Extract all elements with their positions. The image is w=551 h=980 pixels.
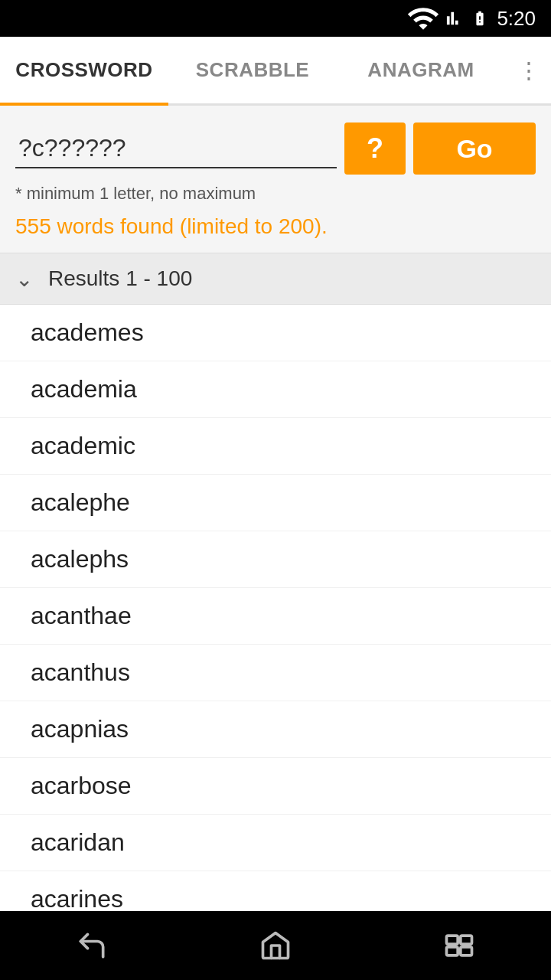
go-button[interactable]: Go <box>413 122 536 175</box>
bottom-nav <box>0 911 551 980</box>
list-item[interactable]: acarbose <box>0 758 551 815</box>
list-item[interactable]: academes <box>0 305 551 361</box>
more-icon: ⋮ <box>517 59 539 82</box>
search-area: ? Go * minimum 1 letter, no maximum 555 … <box>0 106 551 253</box>
tab-menu[interactable]: ⋮ <box>505 37 551 103</box>
svg-rect-0 <box>447 936 458 944</box>
search-row: ? Go <box>15 122 536 175</box>
status-icons: 5:20 <box>406 2 536 35</box>
recents-button[interactable] <box>429 923 490 969</box>
list-item[interactable]: acapnias <box>0 701 551 758</box>
recents-icon <box>442 929 476 962</box>
search-input[interactable] <box>15 129 337 168</box>
home-button[interactable] <box>245 923 306 969</box>
results-header[interactable]: ⌄ Results 1 - 100 <box>0 253 551 305</box>
status-time: 5:20 <box>497 7 536 31</box>
signal-icon <box>446 10 463 27</box>
list-item[interactable]: acanthus <box>0 645 551 701</box>
back-icon <box>75 929 109 962</box>
list-item[interactable]: academia <box>0 361 551 418</box>
svg-rect-3 <box>461 947 472 956</box>
list-item[interactable]: acanthae <box>0 588 551 645</box>
svg-rect-1 <box>461 936 472 944</box>
question-button[interactable]: ? <box>344 122 406 175</box>
back-button[interactable] <box>61 923 122 969</box>
list-item[interactable]: acalephs <box>0 531 551 588</box>
list-item[interactable]: acalephe <box>0 475 551 531</box>
wifi-icon <box>406 2 440 35</box>
list-item[interactable]: acarines <box>0 871 551 911</box>
hint-text: * minimum 1 letter, no maximum <box>15 184 536 204</box>
word-list: academesacademiaacademicacalepheacalephs… <box>0 305 551 911</box>
list-item[interactable]: acaridan <box>0 815 551 871</box>
battery-icon <box>469 10 491 27</box>
tab-bar: CROSSWORD SCRABBLE ANAGRAM ⋮ <box>0 37 551 106</box>
home-icon <box>259 929 292 962</box>
tab-crossword[interactable]: CROSSWORD <box>0 37 168 103</box>
chevron-down-icon: ⌄ <box>15 266 33 292</box>
list-item[interactable]: academic <box>0 418 551 475</box>
svg-rect-2 <box>447 947 458 956</box>
status-bar: 5:20 <box>0 0 551 37</box>
results-count: 555 words found (limited to 200). <box>15 214 536 239</box>
tab-anagram[interactable]: ANAGRAM <box>337 37 505 103</box>
tab-scrabble[interactable]: SCRABBLE <box>168 37 337 103</box>
results-label: Results 1 - 100 <box>48 266 192 291</box>
